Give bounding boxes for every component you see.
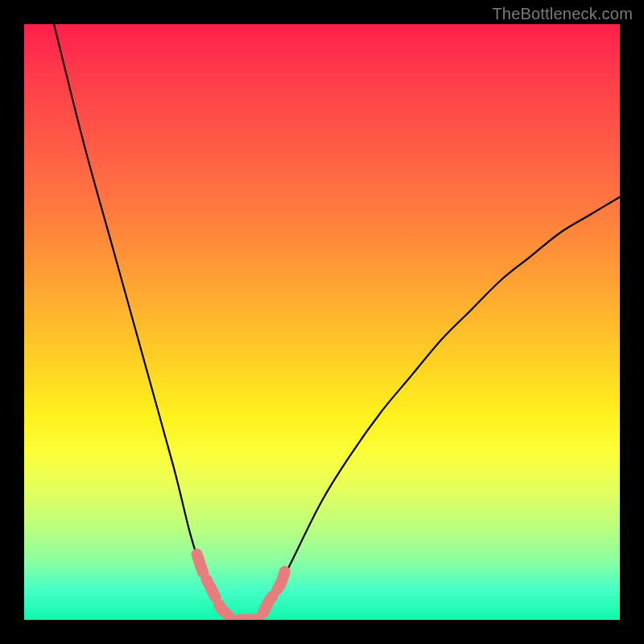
bottleneck-curve	[54, 24, 620, 620]
chart-canvas: TheBottleneck.com	[0, 0, 644, 644]
curve-layer	[24, 24, 620, 620]
highlight-band	[197, 555, 287, 620]
watermark-text: TheBottleneck.com	[492, 5, 633, 23]
plot-area	[24, 24, 620, 620]
